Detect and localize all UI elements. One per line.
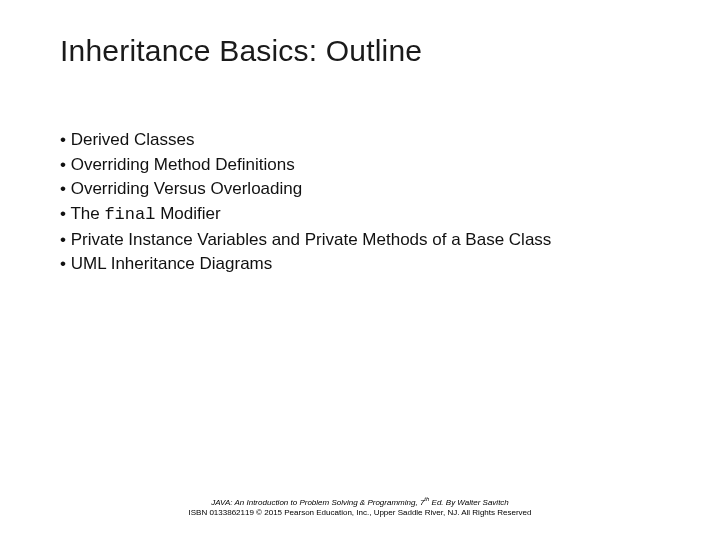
- text: Modifier: [155, 204, 220, 223]
- code-text: final: [104, 205, 155, 224]
- footer-line-1: JAVA: An Introduction to Problem Solving…: [0, 496, 720, 508]
- text: The: [70, 204, 104, 223]
- slide-body: Derived Classes Overriding Method Defini…: [60, 128, 660, 277]
- list-item: UML Inheritance Diagrams: [60, 252, 660, 277]
- text: Ed. By Walter Savitch: [429, 498, 508, 507]
- footer-line-2: ISBN 0133862119 © 2015 Pearson Education…: [0, 508, 720, 518]
- bullet-list: Derived Classes Overriding Method Defini…: [60, 128, 660, 277]
- list-item: Private Instance Variables and Private M…: [60, 228, 660, 253]
- book-title: JAVA: An Introduction to Problem Solving…: [211, 498, 415, 507]
- slide: Inheritance Basics: Outline Derived Clas…: [0, 0, 720, 540]
- list-item: Overriding Method Definitions: [60, 153, 660, 178]
- text: , 7: [415, 498, 424, 507]
- slide-title: Inheritance Basics: Outline: [60, 34, 422, 68]
- slide-footer: JAVA: An Introduction to Problem Solving…: [0, 496, 720, 518]
- list-item: The final Modifier: [60, 202, 660, 228]
- list-item: Derived Classes: [60, 128, 660, 153]
- list-item: Overriding Versus Overloading: [60, 177, 660, 202]
